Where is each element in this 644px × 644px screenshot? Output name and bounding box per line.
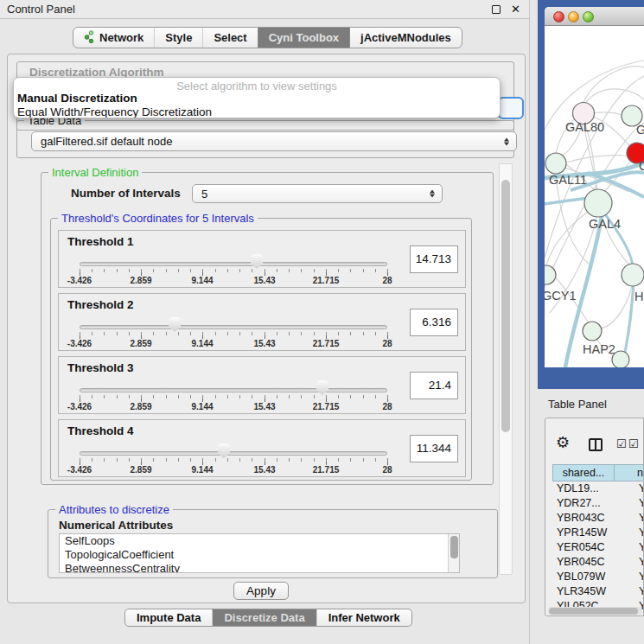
column-header-name[interactable]: na bbox=[615, 464, 644, 481]
table-header-row: shared... na bbox=[552, 464, 644, 481]
attributes-to-discretize-group: Attributes to discretize Numerical Attri… bbox=[48, 509, 498, 578]
tab-network[interactable]: Network bbox=[73, 28, 154, 48]
list-scrollbar-thumb[interactable] bbox=[450, 536, 458, 558]
close-traffic-light[interactable] bbox=[553, 11, 564, 22]
tab-impute-data[interactable]: Impute Data bbox=[125, 609, 212, 626]
slider-ticks bbox=[80, 332, 388, 339]
settings-scrollbar[interactable] bbox=[499, 163, 513, 575]
settings-scrollbar-thumb[interactable] bbox=[501, 180, 510, 432]
table-panel-title: Table Panel bbox=[548, 398, 607, 411]
node-gal11[interactable] bbox=[545, 153, 566, 174]
number-of-intervals-value: 5 bbox=[201, 185, 207, 204]
list-scrollbar[interactable] bbox=[448, 534, 459, 572]
control-panel-tabbar: Network Style Select Cyni Toolbox jActiv… bbox=[73, 27, 462, 48]
checkbox-icon[interactable]: ☑ bbox=[628, 437, 639, 450]
threshold-2-slider-thumb[interactable] bbox=[169, 317, 181, 332]
table-scrollbar-thumb[interactable] bbox=[549, 608, 638, 615]
table-row[interactable]: YBR045CYBR0 bbox=[552, 555, 644, 570]
list-item[interactable]: SelfLoops bbox=[60, 534, 459, 548]
svg-text:HAP2: HAP2 bbox=[583, 342, 615, 356]
threshold-3-value-field[interactable]: 21.4 bbox=[410, 372, 458, 399]
threshold-1-panel: Threshold 1 -3.426 2.859 9.144 15.43 21.… bbox=[58, 230, 466, 288]
svg-text:H: H bbox=[634, 290, 643, 303]
slider-ticks bbox=[80, 458, 388, 465]
slider-ticks bbox=[80, 395, 388, 402]
threshold-2-panel: Threshold 2 -3.426 2.859 9.144 15.43 21.… bbox=[58, 293, 466, 351]
column-header-shared-name[interactable]: shared... bbox=[552, 464, 615, 481]
algorithm-dropdown-popup: Select algorithm to view settings Manual… bbox=[13, 77, 501, 118]
threshold-1-value-field[interactable]: 14.713 bbox=[410, 245, 458, 273]
threshold-2-value-field[interactable]: 6.316 bbox=[410, 309, 458, 336]
table-row[interactable]: YLR345WYLR3 bbox=[552, 584, 644, 599]
algorithm-placeholder-option[interactable]: Select algorithm to view settings bbox=[14, 80, 500, 92]
threshold-4-slider-thumb[interactable] bbox=[218, 443, 230, 458]
float-window-icon[interactable] bbox=[492, 5, 501, 14]
table-row[interactable]: YPR145WYPR1 bbox=[552, 526, 644, 540]
svg-text:C: C bbox=[639, 159, 644, 173]
table-row[interactable]: YDL19...YDL1 bbox=[552, 481, 644, 496]
numerical-attributes-list[interactable]: SelfLoops TopologicalCoefficient Between… bbox=[59, 533, 460, 573]
zoom-traffic-light[interactable] bbox=[583, 11, 594, 22]
threshold-4-slider-track[interactable] bbox=[80, 451, 387, 456]
table-row[interactable]: YBL079WYBL0 bbox=[552, 570, 644, 584]
table-row[interactable]: YER054CYER0 bbox=[552, 540, 644, 555]
algorithm-option-manual[interactable]: Manual Discretization bbox=[14, 92, 500, 105]
svg-text:GAL4: GAL4 bbox=[589, 217, 621, 231]
node-table: shared... na YDL19...YDL1 YDR27...YDR2 Y… bbox=[552, 464, 644, 614]
table-panel: ⚙ ☑ ☑ shared... na YDL19...YDL1 YDR27...… bbox=[545, 418, 644, 616]
table-data-group: Table Data galFiltered.sif default node bbox=[16, 120, 514, 158]
tab-discretize-data[interactable]: Discretize Data bbox=[212, 609, 316, 626]
slider-ticks bbox=[80, 269, 388, 276]
list-item[interactable]: TopologicalCoefficient bbox=[60, 548, 459, 562]
interval-definition-group: Interval Definition Number of Intervals … bbox=[41, 172, 494, 485]
node-hap2[interactable] bbox=[583, 322, 602, 341]
table-horizontal-scrollbar[interactable] bbox=[548, 607, 642, 615]
threshold-1-slider-track[interactable] bbox=[80, 262, 387, 266]
close-icon[interactable]: ✕ bbox=[511, 3, 520, 16]
node-h[interactable] bbox=[622, 264, 644, 286]
node-gcy1[interactable] bbox=[545, 265, 556, 284]
network-view-window: GAL80 GA C GAL11 GAL4 GCY1 H HAP2 bbox=[545, 7, 644, 367]
tab-network-label: Network bbox=[99, 31, 143, 44]
attributes-group-title: Attributes to discretize bbox=[55, 503, 173, 516]
threshold-coordinates-title: Threshold's Coordinates for 5 Intervals bbox=[58, 212, 258, 225]
threshold-4-value-field[interactable]: 11.344 bbox=[410, 435, 458, 462]
threshold-3-slider-thumb[interactable] bbox=[316, 380, 328, 395]
threshold-2-slider-track[interactable] bbox=[80, 325, 387, 329]
svg-text:GCY1: GCY1 bbox=[545, 289, 577, 303]
combo-stepper-icon bbox=[430, 190, 435, 198]
algorithm-option-equal-width[interactable]: Equal Width/Frequency Discretization bbox=[14, 105, 500, 118]
apply-button[interactable]: Apply bbox=[233, 582, 289, 600]
svg-text:GAL11: GAL11 bbox=[549, 173, 587, 187]
numerical-attributes-label: Numerical Attributes bbox=[59, 519, 173, 532]
gear-icon[interactable]: ⚙ bbox=[556, 435, 570, 450]
control-panel-title: Control Panel bbox=[7, 0, 75, 19]
control-panel-titlebar: Control Panel ✕ bbox=[0, 0, 529, 19]
table-row[interactable]: YDR27...YDR2 bbox=[552, 496, 644, 511]
table-row[interactable]: YBR043CYBR0 bbox=[552, 511, 644, 526]
algorithm-combobox[interactable] bbox=[498, 97, 524, 119]
cyni-bottom-tabs: Impute Data Discretize Data Infer Networ… bbox=[124, 609, 412, 627]
tab-cyni-toolbox[interactable]: Cyni Toolbox bbox=[258, 28, 349, 48]
threshold-3-panel: Threshold 3 -3.426 2.859 9.144 15.43 21.… bbox=[58, 356, 466, 414]
checkbox-icon[interactable]: ☑ bbox=[616, 437, 627, 450]
node-gal4[interactable] bbox=[584, 189, 612, 217]
minimize-traffic-light[interactable] bbox=[568, 11, 579, 22]
tab-infer-network[interactable]: Infer Network bbox=[316, 609, 411, 626]
number-of-intervals-combobox[interactable]: 5 bbox=[192, 184, 443, 203]
table-data-value: galFiltered.sif default node bbox=[41, 132, 172, 151]
tab-style[interactable]: Style bbox=[154, 28, 202, 48]
network-window-titlebar[interactable] bbox=[545, 7, 644, 26]
tab-select[interactable]: Select bbox=[202, 28, 257, 48]
network-canvas[interactable]: GAL80 GA C GAL11 GAL4 GCY1 H HAP2 bbox=[545, 26, 644, 367]
svg-text:GA: GA bbox=[636, 123, 644, 137]
list-item[interactable]: BetweennessCentrality bbox=[60, 562, 459, 573]
interval-definition-title: Interval Definition bbox=[48, 166, 142, 179]
table-data-combobox[interactable]: galFiltered.sif default node bbox=[31, 131, 517, 151]
threshold-3-slider-track[interactable] bbox=[80, 388, 387, 392]
tab-jactivemnodules[interactable]: jActiveMNodules bbox=[349, 28, 462, 48]
threshold-1-slider-thumb[interactable] bbox=[251, 254, 263, 269]
number-of-intervals-label: Number of Intervals bbox=[71, 187, 181, 200]
network-icon bbox=[84, 30, 94, 46]
columns-icon[interactable] bbox=[589, 438, 603, 451]
